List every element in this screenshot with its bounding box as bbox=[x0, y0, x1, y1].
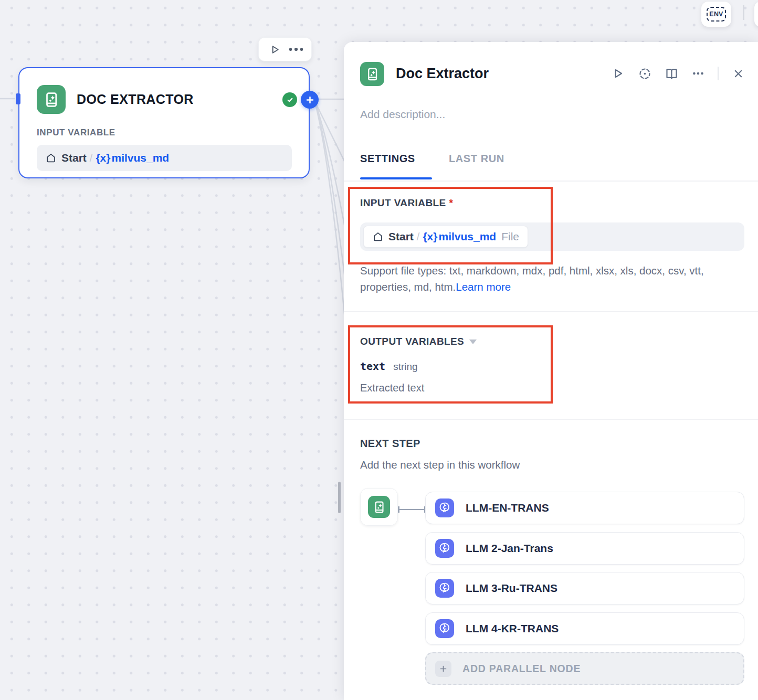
llm-icon bbox=[435, 539, 454, 558]
variable-token-icon: {x} bbox=[96, 152, 110, 164]
next-step-node-label: LLM 4-KR-TRANS bbox=[466, 622, 559, 635]
output-variable-type: string bbox=[393, 361, 417, 373]
actions-divider bbox=[718, 67, 719, 80]
doc-extractor-node[interactable]: DOC EXTRACTOR INPUT VARIABLE Start / {x}… bbox=[18, 67, 310, 178]
llm-icon bbox=[435, 579, 454, 598]
divider bbox=[344, 181, 758, 182]
env-icon: ENV bbox=[707, 7, 726, 22]
divider bbox=[344, 311, 758, 312]
next-step-node-card[interactable]: LLM 2-Jan-Trans bbox=[425, 532, 744, 565]
description-input[interactable]: Add description... bbox=[360, 108, 445, 121]
next-step-node-label: LLM 2-Jan-Trans bbox=[466, 542, 553, 555]
workflow-editor: { "colors": { "accent_blue": "#155aef", … bbox=[0, 0, 758, 700]
close-icon[interactable] bbox=[731, 66, 745, 81]
add-parallel-node-label: ADD PARALLEL NODE bbox=[462, 663, 581, 675]
llm-icon bbox=[435, 619, 454, 638]
supported-file-types-text: Support file types: txt, markdown, mdx, … bbox=[360, 262, 749, 295]
doc-extractor-icon bbox=[368, 496, 390, 518]
output-variables-heading[interactable]: OUTPUT VARIABLES bbox=[360, 336, 477, 347]
collapse-caret-icon[interactable] bbox=[469, 340, 477, 344]
focus-node-icon[interactable] bbox=[637, 66, 652, 81]
connector-line bbox=[398, 506, 425, 513]
next-step-list: LLM-EN-TRANS LLM 2-Jan-Trans LLM 3-Ru-TR… bbox=[425, 492, 744, 652]
node-variable-pill[interactable]: Start / {x} milvus_md bbox=[37, 145, 292, 171]
node-title: DOC EXTRACTOR bbox=[77, 92, 194, 107]
next-step-node-card[interactable]: LLM 4-KR-TRANS bbox=[425, 612, 744, 645]
divider bbox=[344, 419, 758, 420]
node-more-icon[interactable] bbox=[289, 48, 303, 51]
plus-icon bbox=[435, 661, 451, 677]
run-node-icon[interactable] bbox=[267, 42, 282, 57]
variable-type: File bbox=[501, 230, 519, 243]
variable-name: milvus_md bbox=[111, 152, 169, 164]
required-asterisk: * bbox=[449, 197, 454, 208]
doc-extractor-icon bbox=[360, 62, 384, 86]
next-step-subtitle: Add the next step in this workflow bbox=[360, 459, 520, 471]
llm-icon bbox=[435, 499, 454, 517]
canvas-scrollbar[interactable] bbox=[338, 482, 341, 513]
output-variable-row: text string bbox=[360, 360, 418, 373]
home-icon bbox=[372, 231, 384, 242]
run-step-icon[interactable] bbox=[610, 66, 625, 81]
env-button[interactable]: ENV bbox=[701, 2, 731, 27]
panel-actions bbox=[610, 66, 745, 81]
variable-source: Start bbox=[388, 230, 414, 243]
node-toolbar bbox=[258, 37, 312, 61]
variable-source: Start bbox=[61, 152, 87, 164]
output-variable-description: Extracted text bbox=[360, 382, 424, 394]
node-success-badge bbox=[282, 92, 297, 107]
next-step-node-card[interactable]: LLM-EN-TRANS bbox=[425, 492, 744, 524]
add-parallel-node-button[interactable]: ADD PARALLEL NODE bbox=[425, 652, 744, 685]
home-icon bbox=[45, 152, 57, 164]
learn-more-link[interactable]: Learn more bbox=[456, 281, 511, 293]
variable-separator: / bbox=[90, 152, 93, 164]
current-node-card bbox=[360, 488, 398, 526]
active-tab-indicator bbox=[360, 177, 432, 179]
doc-extractor-icon bbox=[37, 85, 66, 114]
input-variable-field[interactable]: Start / {x} milvus_md File bbox=[360, 222, 744, 251]
panel-more-icon[interactable] bbox=[691, 66, 706, 81]
corner-button-partial[interactable] bbox=[754, 2, 758, 27]
next-step-node-label: LLM-EN-TRANS bbox=[466, 502, 549, 514]
add-node-button[interactable] bbox=[301, 91, 319, 109]
node-input-variable-label: INPUT VARIABLE bbox=[37, 128, 292, 138]
next-step-node-label: LLM 3-Ru-TRANS bbox=[466, 582, 557, 595]
node-input-handle[interactable] bbox=[16, 93, 20, 104]
toolbar-divider bbox=[743, 5, 744, 20]
variable-name: milvus_md bbox=[438, 230, 496, 243]
next-step-node-card[interactable]: LLM 3-Ru-TRANS bbox=[425, 572, 744, 604]
docs-book-icon[interactable] bbox=[664, 66, 679, 81]
variable-token-icon: {x} bbox=[423, 230, 437, 243]
variable-chip[interactable]: Start / {x} milvus_md File bbox=[363, 226, 528, 248]
output-variable-name: text bbox=[360, 360, 385, 373]
panel-title: Doc Extractor bbox=[396, 66, 489, 82]
tab-settings[interactable]: SETTINGS bbox=[360, 153, 415, 165]
node-config-panel: Doc Extractor bbox=[344, 42, 758, 700]
input-variable-heading: INPUT VARIABLE* bbox=[360, 197, 453, 209]
next-step-heading: NEXT STEP bbox=[360, 438, 420, 450]
variable-separator: / bbox=[417, 231, 420, 243]
tab-last-run[interactable]: LAST RUN bbox=[449, 153, 504, 165]
